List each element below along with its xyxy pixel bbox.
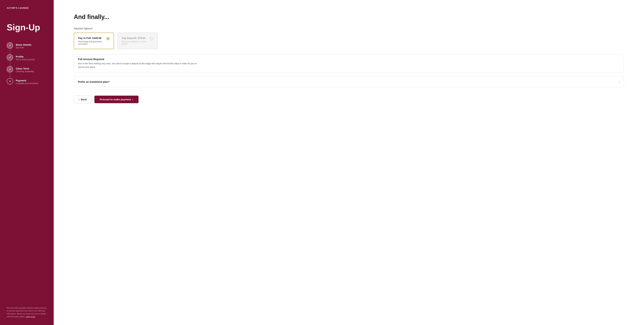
radio-dot [107,38,109,40]
step-profile: ✓ Profile Tell us about yourself [7,54,47,61]
connector-1 [10,49,10,54]
full-amount-notice: Full Amount Required Due to the term sta… [74,54,624,73]
back-label: Back [81,98,87,101]
step-circle-3: ✓ [7,66,13,73]
step-label-3: Class Term [16,67,34,70]
proceed-label: Proceed to make payment [100,98,131,101]
checkmark-icon-3: ✓ [9,68,11,71]
step-sublabel-3: Checking availability [16,70,34,73]
navigation-buttons: ‹ Back Proceed to make payment › [74,96,624,103]
step-circle-4: 4 [7,78,13,84]
pay-full-radio[interactable] [106,37,110,40]
sidebar-footer: We work with reputable industry-leading … [0,300,54,325]
pay-deposit-option: Pay Deposit: £75.00 Reserve a place for … [118,33,158,49]
step-text-1: Basic Details Say hello [16,42,31,49]
step-sublabel-2: Tell us about yourself [16,58,35,61]
required-marker: * [92,27,92,30]
step-basic-details: ✓ Basic Details Say hello [7,42,47,49]
page-heading: And finally... [74,14,624,21]
page-title: Sign-Up [0,9,54,42]
checkmark-icon: ✓ [9,44,11,47]
pay-deposit-subtitle: Reserve a place for a short period [122,41,150,45]
learn-more-link[interactable]: Learn more [26,315,35,317]
proceed-chevron-icon: › [132,98,133,101]
step-circle-1: ✓ [7,42,13,49]
step-text-3: Class Term Checking availability [16,66,34,73]
app-logo: ACTOR'S LOUNGE [0,0,54,9]
step-circle-2: ✓ [7,54,13,61]
pay-full-option[interactable]: Pay in Full: £445.00 Enrol today and gua… [74,33,114,49]
connector-3 [10,73,10,78]
pay-deposit-text: Pay Deposit: £75.00 Reserve a place for … [122,37,150,45]
back-chevron-icon: ‹ [79,98,80,101]
steps-list: ✓ Basic Details Say hello ✓ Profile Tell… [0,42,54,300]
pay-deposit-title: Pay Deposit: £75.00 [122,37,150,40]
step-payment: 4 Payment Complete your enrolment [7,78,47,85]
payment-options-group: Pay in Full: £445.00 Enrol today and gua… [74,33,624,49]
back-button[interactable]: ‹ Back [74,96,92,103]
pay-full-subtitle: Enrol today and guarantee your place [78,41,106,45]
pay-full-title: Pay in Full: £445.00 [78,37,106,40]
full-amount-description: Due to the term starting very soon, we c… [78,62,202,69]
connector-2 [10,61,10,66]
step-class-term: ✓ Class Term Checking availability [7,66,47,73]
step-label-1: Basic Details [16,43,31,46]
step-label-2: Profile [16,55,35,58]
step-sublabel-4: Complete your enrolment [16,82,38,85]
pay-deposit-radio [150,37,153,40]
step-text-2: Profile Tell us about yourself [16,54,35,61]
proceed-button[interactable]: Proceed to make payment › [94,96,138,103]
chevron-right-icon: › [619,80,620,84]
step-sublabel-1: Say hello [16,47,31,49]
step-label-4: Payment [16,79,38,82]
payment-options-label: Payment Options* [74,27,624,30]
pay-full-text: Pay in Full: £445.00 Enrol today and gua… [78,37,106,45]
checkmark-icon-2: ✓ [9,56,11,59]
main-content: And finally... Payment Options* Pay in F… [54,0,644,325]
step-number-4: 4 [9,80,10,83]
full-amount-title: Full Amount Required [78,58,620,61]
sidebar: ACTOR'S LOUNGE Sign-Up ✓ Basic Details S… [0,0,54,325]
step-text-4: Payment Complete your enrolment [16,78,38,85]
instalment-plan-toggle[interactable]: Prefer an instalment plan? › [74,77,624,87]
instalment-label: Prefer an instalment plan? [78,80,110,83]
